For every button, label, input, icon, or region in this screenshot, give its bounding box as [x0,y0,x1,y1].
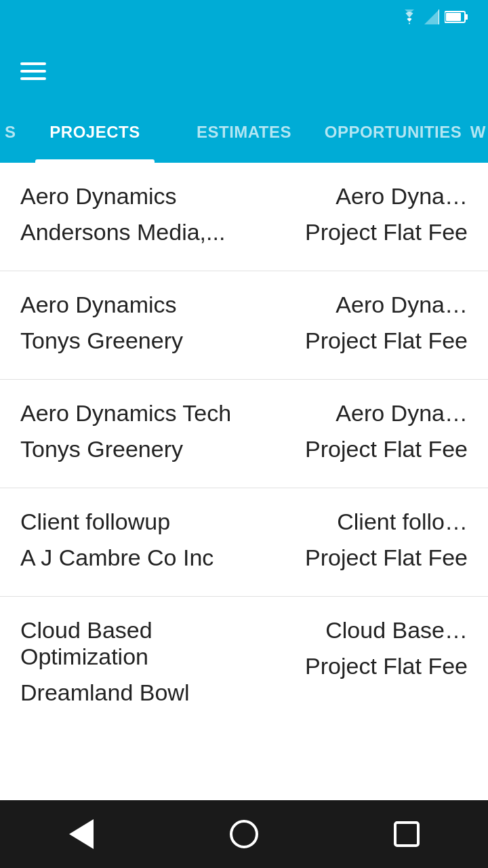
item-secondary-right: Project Flat Fee [305,328,468,354]
list-item-left: Aero Dynamics Tech Tonys Greenery [20,400,244,462]
item-secondary-left: Dreamland Bowl [20,679,244,706]
recents-button[interactable] [386,814,427,854]
list-item[interactable]: Cloud Based Optimization Dreamland Bowl … [0,597,488,726]
battery-icon [445,10,469,24]
list-item[interactable]: Aero Dynamics Tech Tonys Greenery Aero D… [0,380,488,488]
list-item[interactable]: Client followup A J Cambre Co Inc Client… [0,488,488,597]
item-secondary-left: A J Cambre Co Inc [20,545,244,571]
item-secondary-left: Tonys Greenery [20,328,244,354]
item-primary-left: Client followup [20,509,244,535]
wifi-icon [400,9,419,24]
svg-marker-0 [424,9,439,24]
item-secondary-left: Tonys Greenery [20,436,244,462]
list-item-left: Aero Dynamics Tonys Greenery [20,292,244,354]
tab-projects[interactable]: PROJECTS [20,108,169,163]
tab-estimates[interactable]: ESTIMATES [169,108,319,163]
item-primary-right: Cloud Base… [325,617,468,644]
item-primary-right: Aero Dyna… [336,292,468,318]
item-secondary-right: Project Flat Fee [305,436,468,462]
item-secondary-right: Project Flat Fee [305,653,468,679]
item-primary-left: Aero Dynamics Tech [20,400,244,427]
tab-w[interactable]: W [468,108,488,163]
item-primary-left: Aero Dynamics [20,183,244,210]
home-icon [230,820,258,848]
svg-rect-3 [446,13,461,21]
list-item-left: Cloud Based Optimization Dreamland Bowl [20,617,244,706]
signal-icon [424,9,439,24]
status-bar [0,0,488,34]
list-item[interactable]: Aero Dynamics Tonys Greenery Aero Dyna… … [0,271,488,380]
hamburger-menu-icon[interactable] [20,62,46,80]
item-primary-left: Aero Dynamics [20,292,244,318]
list-item-right: Aero Dyna… Project Flat Fee [244,183,468,245]
list-item-left: Client followup A J Cambre Co Inc [20,509,244,571]
tab-s[interactable]: S [0,108,20,163]
home-button[interactable] [224,814,264,854]
list-item-right: Client follo… Project Flat Fee [244,509,468,571]
back-icon [69,819,94,849]
item-secondary-right: Project Flat Fee [305,219,468,245]
status-icons [400,9,474,24]
list-item-left: Aero Dynamics Andersons Media,... [20,183,244,245]
svg-rect-4 [465,14,468,20]
item-secondary-left: Andersons Media,... [20,219,244,245]
item-primary-right: Aero Dyna… [336,183,468,210]
app-bar [0,34,488,108]
list-item-right: Cloud Base… Project Flat Fee [244,617,468,679]
item-secondary-right: Project Flat Fee [305,545,468,571]
item-primary-left: Cloud Based Optimization [20,617,244,670]
list-item-right: Aero Dyna… Project Flat Fee [244,292,468,354]
tab-opportunities[interactable]: OPPORTUNITIES [319,108,468,163]
list-item[interactable]: Aero Dynamics Andersons Media,... Aero D… [0,163,488,271]
list-item-right: Aero Dyna… Project Flat Fee [244,400,468,462]
recents-icon [394,821,420,847]
tab-bar: S PROJECTS ESTIMATES OPPORTUNITIES W [0,108,488,163]
projects-list: Aero Dynamics Andersons Media,... Aero D… [0,163,488,726]
item-primary-right: Aero Dyna… [336,400,468,427]
back-button[interactable] [61,814,102,854]
item-primary-right: Client follo… [337,509,468,535]
bottom-nav [0,800,488,868]
